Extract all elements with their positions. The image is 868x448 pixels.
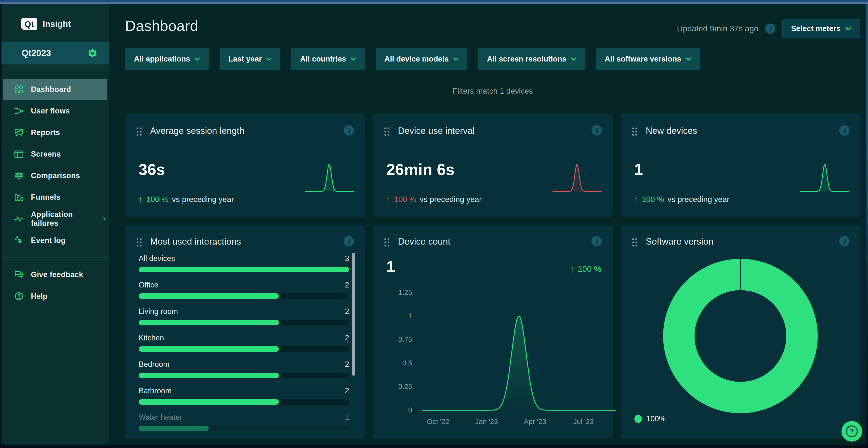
app-root: Qt Insight Qt2023 DashboardUser flowsRep… [1,4,866,445]
metric-delta: ↑ 100 % [570,264,601,274]
x-axis-tick: Jan '23 [475,418,498,426]
feedback-icon [14,270,24,280]
device-count-svg [417,283,621,415]
chevron-down-icon [350,57,356,61]
info-icon[interactable]: i [591,236,602,246]
sidebar-item-user-flows[interactable]: User flows [3,100,107,122]
filter-label: All software versions [605,55,681,64]
interaction-bar-track [138,399,349,405]
card-title: Software version [646,237,713,247]
filter-label: All countries [300,55,346,64]
drag-handle-icon[interactable] [384,127,390,137]
sidebar-item-label: Reports [31,128,60,137]
interaction-count: 2 [345,386,349,395]
sidebar-item-label: Help [31,292,48,301]
interaction-bar-fill [138,294,279,299]
sidebar-item-screens[interactable]: Screens [3,143,107,165]
question-mark-icon: ? [846,425,858,437]
drag-handle-icon[interactable] [136,127,142,137]
legend-dot [634,415,642,423]
x-axis-tick: Oct '22 [427,418,449,426]
metric-delta: ↑ 100 % vs preceding year [633,194,730,204]
metric-value: 36s [138,161,165,179]
sidebar-item-comparisons[interactable]: Comparisons [3,165,107,186]
info-icon[interactable]: i [839,236,849,246]
help-fab-button[interactable]: ? [841,421,862,442]
filter-last-year[interactable]: Last year [220,48,280,70]
funnels-icon [14,192,24,202]
comparisons-icon [14,171,24,181]
interaction-label: Bedroom [138,360,169,369]
chevron-down-icon [686,57,691,61]
window-border-top [0,0,868,2]
info-icon[interactable]: i [344,125,354,136]
sidebar-item-funnels[interactable]: Funnels [3,186,107,208]
project-selector[interactable]: Qt2023 [1,42,109,64]
filters-match-text: Filters match 1 devices [125,87,860,96]
sidebar-item-dashboard[interactable]: Dashboard [3,79,107,100]
arrow-up-icon: ↑ [570,264,575,274]
filter-all-software-versions[interactable]: All software versions [596,48,700,70]
donut-legend: 100% [634,414,665,423]
filter-all-applications[interactable]: All applications [125,48,209,70]
filter-all-device-models[interactable]: All device models [376,48,467,70]
sparkline-chart [305,163,354,194]
card-title: Device count [398,237,451,247]
scrollbar-thumb[interactable] [352,253,355,376]
drag-handle-icon[interactable] [631,127,638,137]
chevron-down-icon [571,57,576,61]
card-software-version: Software version i 100% [621,225,860,438]
sidebar-item-application-failures[interactable]: Application failures [3,208,107,230]
interaction-row: Living room2 [138,307,349,325]
brand: Qt Insight [21,18,71,30]
interaction-bar-fill [138,346,279,352]
sidebar-item-give-feedback[interactable]: Give feedback [3,264,107,285]
sidebar-item-reports[interactable]: Reports [3,122,107,143]
filter-all-countries[interactable]: All countries [291,48,365,70]
chevron-down-icon [266,57,272,61]
interaction-row: All devices3 [138,254,349,272]
card-new-devices: New devices i 1 ↑ 100 % vs preceding yea… [621,114,860,217]
device-count-chart: 00.250.50.7511.25Oct '22Jan '23Apr '23Ju… [417,283,621,432]
main-content: Dashboard Updated 9min 37s ago i Select … [109,4,866,445]
user-flows-icon [14,106,24,116]
info-icon[interactable]: i [344,236,354,246]
drag-handle-icon[interactable] [631,238,638,248]
interactions-list: All devices3Office2Living room2Kitchen2B… [138,254,349,440]
info-icon[interactable]: i [839,125,849,136]
brand-name: Insight [43,19,71,29]
interaction-count: 3 [345,254,349,263]
sidebar-nav: DashboardUser flowsReportsScreensCompari… [1,79,109,251]
interaction-row: Kitchen2 [138,334,349,352]
dashboard-icon [14,84,24,95]
sidebar-item-help[interactable]: Help [3,285,107,307]
page-title: Dashboard [125,18,198,34]
interaction-count: 1 [345,413,349,422]
interaction-bar-fill [138,267,349,272]
sidebar-item-event-log[interactable]: Event log [3,230,107,251]
chevron-down-icon [194,57,200,61]
select-meters-button[interactable]: Select meters [782,19,860,38]
updated-info-icon[interactable]: i [765,24,776,34]
interaction-bar-track [138,267,349,272]
drag-handle-icon[interactable] [136,238,142,248]
gear-icon[interactable] [87,48,98,59]
filter-all-screen-resolutions[interactable]: All screen resolutions [478,48,585,70]
interaction-row: Bedroom2 [138,360,349,378]
header-right: Updated 9min 37s ago i Select meters [677,19,860,38]
sidebar-divider [1,257,109,257]
interaction-count: 2 [345,334,349,342]
arrow-up-icon: ↑ [386,194,391,204]
sidebar-item-label: User flows [31,107,70,115]
filter-label: Last year [228,55,262,64]
interaction-count: 2 [345,360,349,369]
filter-label: All device models [384,55,449,64]
donut-hole [694,290,786,382]
sidebar-item-label: Dashboard [31,85,71,94]
sparkline-chart [553,163,601,194]
card-device-use-interval: Device use interval i 26min 6s ↑ 100 % v… [373,114,613,217]
drag-handle-icon[interactable] [384,238,390,248]
metric-delta: ↑ 100 % vs preceding year [386,194,482,204]
reports-icon [14,128,24,138]
info-icon[interactable]: i [591,125,602,136]
